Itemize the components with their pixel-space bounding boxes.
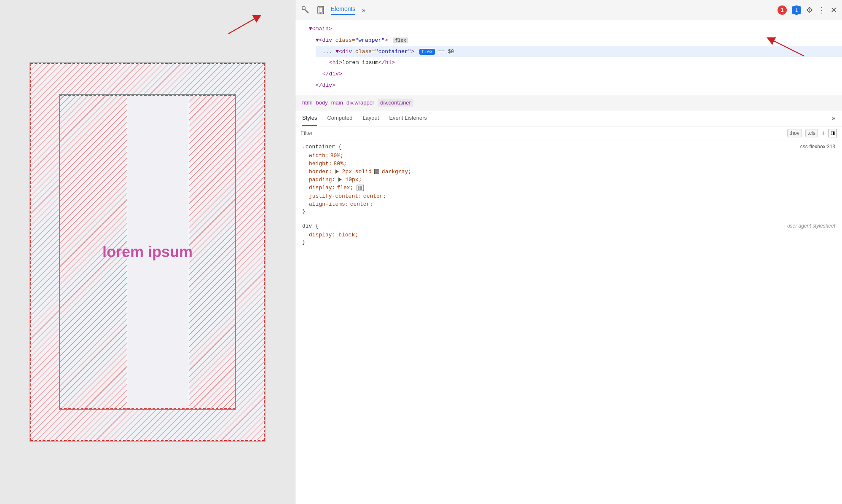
css-panel: .container { css-flexbox:313 width: 80%;…: [295, 140, 842, 504]
outer-wrapper-box: lorem ipsum: [29, 62, 265, 442]
svg-rect-5: [319, 7, 322, 12]
hatch-top: [60, 95, 235, 96]
rule-source-useragent: user agent stylesheet: [787, 223, 835, 229]
breadcrumb: html body main div.wrapper div.container: [295, 95, 842, 110]
hatch-bottom: [60, 408, 235, 409]
rule-prop-padding[interactable]: padding: 10px;: [302, 176, 835, 184]
arrow-outer-icon: [224, 13, 266, 38]
breadcrumb-body[interactable]: body: [316, 99, 328, 106]
panel-tab-more[interactable]: »: [832, 115, 835, 121]
breadcrumb-container[interactable]: div.container: [378, 99, 413, 107]
toolbar-tabs: Elements »: [331, 5, 772, 15]
breadcrumb-wrapper[interactable]: div.wrapper: [346, 99, 374, 106]
rule-source-container[interactable]: css-flexbox:313: [800, 144, 835, 150]
border-color-swatch[interactable]: [374, 169, 379, 174]
hov-button[interactable]: :hov: [787, 129, 802, 137]
tree-line-container[interactable]: ... ▼<div class="container"> flex == $0: [316, 46, 842, 58]
rule-close-div: }: [302, 239, 835, 245]
more-options-icon[interactable]: ⋮: [818, 5, 826, 15]
svg-rect-12: [358, 186, 359, 190]
add-rule-button[interactable]: +: [821, 129, 825, 137]
html-tree: ▼<main> ▼<div class="wrapper"> flex ... …: [295, 20, 842, 95]
rule-prop-justify-content[interactable]: justify-content: center;: [302, 192, 835, 200]
tree-line-main[interactable]: ▼<main>: [302, 24, 842, 35]
svg-point-6: [320, 13, 321, 13]
svg-line-3: [305, 10, 308, 13]
svg-line-1: [228, 17, 258, 34]
flexbox-icon[interactable]: [357, 185, 364, 191]
breadcrumb-html[interactable]: html: [302, 99, 313, 106]
hatch-right: [189, 95, 235, 409]
inner-container-box: lorem ipsum: [59, 94, 236, 410]
tab-more[interactable]: »: [362, 7, 365, 13]
rule-prop-align-items[interactable]: align-items: center;: [302, 200, 835, 208]
tab-styles[interactable]: Styles: [302, 110, 317, 126]
rule-prop-width[interactable]: width: 80%;: [302, 152, 835, 160]
tab-event-listeners[interactable]: Event Listeners: [389, 110, 427, 126]
rule-div-useragent: div { user agent stylesheet display: blo…: [302, 223, 835, 245]
tab-layout[interactable]: Layout: [362, 110, 379, 126]
rule-close-container: }: [302, 208, 835, 214]
browser-preview: lorem ipsum: [0, 0, 295, 504]
toggle-sidebar-button[interactable]: ◨: [829, 129, 837, 137]
tab-elements[interactable]: Elements: [331, 5, 355, 15]
rule-selector-container[interactable]: .container { css-flexbox:313: [302, 144, 835, 150]
rule-prop-display-div[interactable]: display: block;: [302, 231, 835, 239]
tab-computed[interactable]: Computed: [327, 110, 352, 126]
devtools-toolbar: Elements » 1 1 ⚙ ⋮ ✕: [295, 0, 842, 20]
rule-prop-border[interactable]: border: 2px solid darkgray;: [302, 168, 835, 176]
rule-prop-display[interactable]: display: flex;: [302, 184, 835, 192]
devtools-panel: Elements » 1 1 ⚙ ⋮ ✕ ▼<main> ▼<div class…: [295, 0, 842, 504]
arrow-inner-icon: [758, 35, 808, 60]
error-badge[interactable]: 1: [778, 5, 787, 15]
rule-container: .container { css-flexbox:313 width: 80%;…: [302, 144, 835, 214]
close-icon[interactable]: ✕: [831, 5, 837, 15]
panel-tabs: Styles Computed Layout Event Listeners »: [295, 110, 842, 126]
rule-selector-div[interactable]: div { user agent stylesheet: [302, 223, 835, 229]
svg-text:1: 1: [795, 8, 798, 13]
filter-input[interactable]: [300, 130, 784, 136]
svg-rect-13: [360, 186, 362, 190]
settings-icon[interactable]: ⚙: [806, 5, 813, 15]
message-badge[interactable]: 1: [792, 5, 801, 15]
lorem-ipsum-text: lorem ipsum: [102, 243, 193, 261]
filter-row: :hov .cls + ◨: [295, 126, 842, 140]
rule-prop-height[interactable]: height: 80%;: [302, 160, 835, 168]
svg-rect-2: [302, 7, 305, 10]
device-icon[interactable]: [316, 5, 326, 15]
cls-button[interactable]: .cls: [805, 129, 818, 137]
inspect-icon[interactable]: [300, 5, 311, 15]
tree-line-div-close[interactable]: </div>: [316, 69, 842, 80]
tree-line-wrapper-close[interactable]: </div>: [309, 80, 842, 91]
svg-line-10: [770, 39, 804, 56]
breadcrumb-main[interactable]: main: [331, 99, 343, 106]
